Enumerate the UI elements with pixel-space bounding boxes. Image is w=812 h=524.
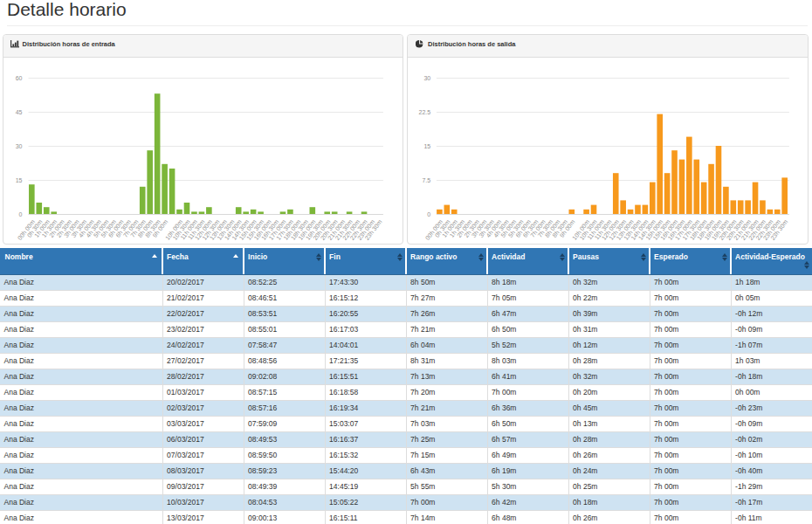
svg-text:30: 30 [16, 143, 23, 149]
svg-text:30: 30 [423, 75, 430, 81]
svg-text:0: 0 [19, 211, 23, 217]
svg-text:15: 15 [423, 143, 430, 149]
svg-text:45: 45 [16, 109, 23, 115]
svg-text:0: 0 [427, 211, 430, 217]
svg-text:15: 15 [16, 177, 23, 183]
svg-text:60: 60 [16, 75, 23, 81]
svg-text:22.5: 22.5 [419, 109, 431, 115]
svg-text:7.5: 7.5 [422, 177, 430, 183]
